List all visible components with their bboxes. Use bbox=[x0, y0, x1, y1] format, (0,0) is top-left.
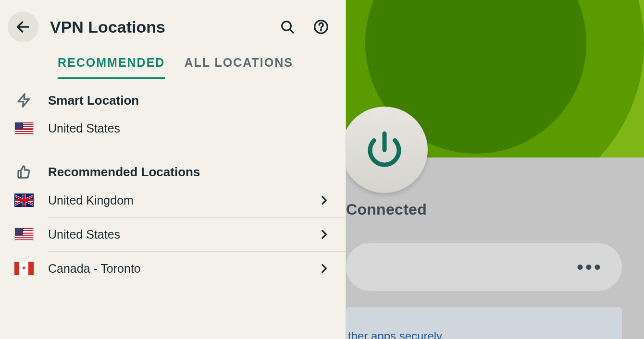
page-title: VPN Locations bbox=[50, 18, 268, 36]
locations-panel: VPN Locations RECOMMENDED ALL LOCATIONS … bbox=[0, 0, 346, 339]
location-row-uk[interactable]: United Kingdom bbox=[0, 183, 346, 217]
tab-recommended[interactable]: RECOMMENDED bbox=[58, 51, 165, 79]
info-card: ther apps securely. bbox=[346, 307, 622, 339]
back-button[interactable] bbox=[8, 12, 38, 42]
header-actions bbox=[279, 19, 336, 35]
flag-ca-icon bbox=[14, 262, 34, 275]
chevron-right-icon bbox=[317, 193, 331, 207]
flag-us-icon bbox=[14, 228, 34, 241]
location-label: United Kingdom bbox=[48, 194, 302, 207]
location-row-ca-toronto[interactable]: Canada - Toronto bbox=[0, 252, 346, 285]
info-card-text: ther apps securely. bbox=[346, 329, 622, 339]
panel-header: VPN Locations bbox=[0, 0, 346, 51]
main-connection-view: Connected ••• ther apps securely. bbox=[346, 0, 644, 339]
location-label: United States bbox=[48, 121, 331, 135]
connection-status: Connected bbox=[346, 201, 427, 218]
flag-us-icon bbox=[14, 122, 34, 135]
location-pill[interactable]: ••• bbox=[346, 243, 622, 291]
search-button[interactable] bbox=[279, 19, 296, 35]
chevron-right-icon bbox=[317, 227, 331, 242]
search-icon bbox=[280, 19, 295, 35]
svg-line-2 bbox=[290, 29, 293, 33]
power-icon bbox=[363, 128, 406, 171]
smart-location-title: Smart Location bbox=[48, 93, 139, 108]
bolt-icon bbox=[14, 93, 34, 108]
location-row-us[interactable]: United States bbox=[0, 218, 346, 251]
arrow-left-icon bbox=[15, 19, 31, 35]
tab-all-locations[interactable]: ALL LOCATIONS bbox=[184, 51, 293, 79]
recommended-title: Recommended Locations bbox=[48, 165, 200, 180]
svg-marker-5 bbox=[18, 94, 29, 107]
flag-uk-icon bbox=[14, 194, 34, 207]
location-label: Canada - Toronto bbox=[48, 262, 302, 276]
locations-list: Smart Location United States Recommended… bbox=[0, 79, 346, 339]
recommended-header: Recommended Locations bbox=[0, 145, 346, 183]
chevron-right-icon bbox=[317, 261, 331, 276]
svg-point-4 bbox=[321, 30, 322, 31]
help-icon bbox=[313, 19, 329, 35]
location-row-smart-us[interactable]: United States bbox=[0, 112, 346, 145]
smart-location-header: Smart Location bbox=[0, 79, 346, 112]
tabs: RECOMMENDED ALL LOCATIONS bbox=[0, 51, 346, 79]
thumbs-up-icon bbox=[14, 164, 34, 180]
help-button[interactable] bbox=[313, 19, 329, 35]
location-label: United States bbox=[48, 228, 302, 242]
